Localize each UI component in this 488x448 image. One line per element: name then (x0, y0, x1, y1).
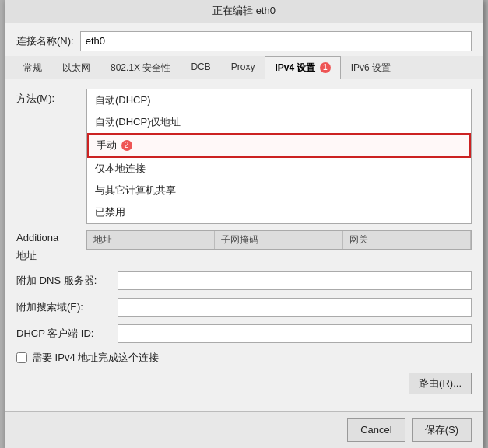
dns-input[interactable] (118, 271, 472, 290)
require-ipv4-label: 需要 IPv4 地址完成这个连接 (32, 351, 159, 365)
additional-section: Additiona 地址 地址 子网掩码 网关 (16, 230, 472, 265)
tab-ipv4-badge: 1 (320, 62, 331, 73)
method-label: 方法(M): (16, 89, 86, 106)
search-domain-label: 附加搜索域(E): (16, 300, 118, 314)
tab-proxy[interactable]: Proxy (221, 56, 265, 79)
tab-ethernet[interactable]: 以太网 (52, 56, 100, 79)
dhcp-client-id-label: DHCP 客户端 ID: (16, 327, 118, 341)
save-button[interactable]: 保存(S) (412, 418, 472, 442)
method-option-shared[interactable]: 与其它计算机共享 (87, 180, 471, 201)
method-option-disabled[interactable]: 已禁用 (87, 201, 471, 223)
tab-dcb[interactable]: DCB (181, 56, 220, 79)
dhcp-client-id-input[interactable] (118, 324, 472, 343)
dns-label: 附加 DNS 服务器: (16, 274, 118, 288)
method-option-auto-dhcp-only[interactable]: 自动(DHCP)仅地址 (87, 111, 471, 133)
method-option-manual[interactable]: 手动 2 (87, 133, 471, 158)
dhcp-client-id-row: DHCP 客户端 ID: (16, 324, 472, 343)
bottom-buttons: Cancel 保存(S) (5, 411, 483, 449)
tab-ipv6[interactable]: IPv6 设置 (341, 56, 401, 79)
route-button[interactable]: 路由(R)... (409, 373, 472, 394)
search-domain-row: 附加搜索域(E): (16, 298, 472, 317)
title-bar: 正在编辑 eth0 (5, 0, 483, 23)
address-table: 地址 子网掩码 网关 (86, 230, 472, 250)
tab-security[interactable]: 802.1X 安全性 (100, 56, 181, 79)
tab-common[interactable]: 常规 (13, 56, 52, 79)
method-manual-badge: 2 (121, 140, 132, 151)
dialog: 正在编辑 eth0 连接名称(N): 常规 以太网 802.1X 安全性 DCB… (5, 0, 483, 448)
connection-name-label: 连接名称(N): (16, 34, 74, 48)
tab-ipv4[interactable]: IPv4 设置 1 (265, 56, 340, 79)
require-ipv4-checkbox[interactable] (16, 352, 27, 363)
address-header-row: 地址 子网掩码 网关 (87, 231, 471, 250)
tabs-bar: 常规 以太网 802.1X 安全性 DCB Proxy IPv4 设置 1 IP… (5, 56, 483, 79)
netmask-col-header: 子网掩码 (215, 231, 342, 249)
address-section-label: 地址 (16, 247, 86, 265)
additional-label: Additiona (16, 230, 86, 243)
dns-row: 附加 DNS 服务器: (16, 271, 472, 290)
address-col-header: 地址 (87, 231, 215, 249)
dialog-title: 正在编辑 eth0 (212, 5, 276, 16)
connection-name-input[interactable] (80, 31, 472, 51)
cancel-button[interactable]: Cancel (347, 418, 405, 442)
method-dropdown[interactable]: 自动(DHCP) 自动(DHCP)仅地址 手动 2 仅本地连接 与其它计算机共享… (86, 89, 472, 224)
method-row: 方法(M): 自动(DHCP) 自动(DHCP)仅地址 手动 2 仅本地连接 与… (16, 89, 472, 224)
method-option-local[interactable]: 仅本地连接 (87, 158, 471, 180)
search-domain-input[interactable] (118, 298, 472, 317)
route-button-area: 路由(R)... (16, 373, 472, 394)
gateway-col-header: 网关 (343, 231, 471, 249)
tab-content: 方法(M): 自动(DHCP) 自动(DHCP)仅地址 手动 2 仅本地连接 与… (5, 79, 483, 411)
method-option-auto-dhcp[interactable]: 自动(DHCP) (87, 89, 471, 111)
connection-name-row: 连接名称(N): (5, 23, 483, 56)
require-ipv4-row: 需要 IPv4 地址完成这个连接 (16, 351, 472, 365)
